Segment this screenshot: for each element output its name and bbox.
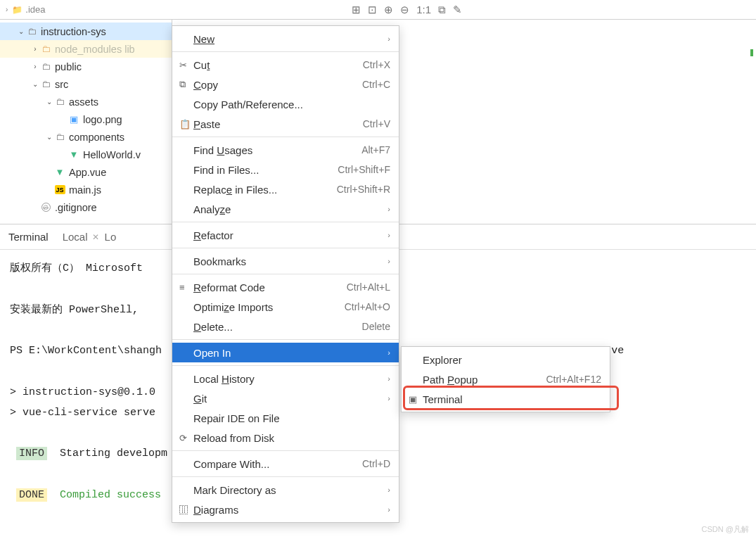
menu-paste[interactable]: 📋PasteCtrl+V	[172, 114, 399, 134]
cut-icon: ✂	[179, 60, 193, 70]
done-tag: DONE	[16, 488, 47, 502]
menu-refactor[interactable]: Refactor›	[172, 225, 399, 245]
menu-delete[interactable]: Delete...Delete	[172, 317, 399, 336]
folder-icon: 🗀	[53, 132, 66, 142]
zoom-in-icon[interactable]: ⊕	[384, 4, 393, 16]
tree-item-src[interactable]: ⌄ 🗀 src	[0, 75, 172, 93]
menu-copy[interactable]: ⧉CopyCtrl+C	[172, 75, 399, 94]
toolbar-right: ⊞ ⊡ ⊕ ⊖ 1:1 ⧉ ✎	[352, 4, 750, 16]
menu-optimize-imports[interactable]: Optimize ImportsCtrl+Alt+O	[172, 297, 399, 317]
menu-bookmarks[interactable]: Bookmarks›	[172, 251, 399, 271]
tree-label: node_modules	[55, 44, 122, 55]
paste-icon: 📋	[179, 119, 193, 129]
folder-icon: 🗀	[53, 96, 66, 107]
tree-item-instruction-sys[interactable]: ⌄ 🗀 instruction-sys	[0, 23, 172, 40]
folder-icon: 🗀	[39, 61, 52, 72]
terminal-tab-local[interactable]: Local✕	[63, 231, 99, 243]
context-menu[interactable]: New› ✂CutCtrl+X ⧉CopyCtrl+C Copy Path/Re…	[172, 25, 399, 523]
tree-item-appvue[interactable]: · ▼ App.vue	[0, 163, 172, 181]
tree-item-helloworld[interactable]: · ▼ HelloWorld.v	[0, 146, 172, 163]
tree-item-components[interactable]: ⌄ 🗀 components	[0, 128, 172, 146]
menu-compare-with[interactable]: Compare With...Ctrl+D	[172, 454, 399, 474]
watermark: CSDN @凡解	[702, 524, 749, 535]
menu-diagrams[interactable]: ⿲Diagrams›	[172, 500, 399, 519]
folder-icon: 🗀	[25, 26, 38, 37]
menu-mark-directory[interactable]: Mark Directory as›	[172, 480, 399, 500]
chevron-right-icon: ›	[6, 6, 8, 13]
menu-reformat[interactable]: ≡Reformat CodeCtrl+Alt+L	[172, 277, 399, 297]
menu-repair-ide[interactable]: Repair IDE on File	[172, 408, 399, 428]
tree-item-assets[interactable]: ⌄ 🗀 assets	[0, 93, 172, 110]
vue-file-icon: ▼	[68, 149, 80, 160]
open-in-submenu[interactable]: Explorer Path PopupCtrl+Alt+F12 ▣Termina…	[401, 346, 610, 412]
tree-label: instruction-sys	[41, 26, 106, 37]
menu-copy-path[interactable]: Copy Path/Reference...	[172, 94, 399, 114]
breadcrumb-item[interactable]: .idea	[25, 4, 45, 15]
folder-icon: 📁	[12, 5, 23, 15]
tree-item-mainjs[interactable]: · JS main.js	[0, 181, 172, 198]
menu-replace-in-files[interactable]: Replace in Files...Ctrl+Shift+R	[172, 179, 399, 199]
vue-file-icon: ▼	[53, 167, 66, 177]
top-bar: › 📁 .idea ⊞ ⊡ ⊕ ⊖ 1:1 ⧉ ✎	[0, 0, 756, 20]
submenu-explorer[interactable]: Explorer	[402, 350, 610, 369]
info-tag: INFO	[16, 447, 47, 460]
tree-label: HelloWorld.v	[83, 149, 141, 160]
tree-label: .gitignore	[55, 202, 97, 213]
tree-label: public	[55, 61, 82, 72]
tree-item-logo[interactable]: · ▣ logo.png	[0, 110, 172, 128]
tree-label: components	[69, 132, 124, 143]
menu-find-usages[interactable]: Find UsagesAlt+F7	[172, 140, 399, 160]
zoom-out-icon[interactable]: ⊖	[400, 4, 409, 16]
folder-icon: 🗀	[39, 44, 52, 54]
tree-item-node-modules[interactable]: › 🗀 node_modules lib	[0, 40, 172, 58]
reload-icon: ⟳	[179, 433, 193, 443]
tree-label: App.vue	[69, 167, 106, 178]
zoom-actual-icon[interactable]: 1:1	[416, 4, 431, 16]
image-file-icon: ▣	[68, 114, 80, 125]
edit-icon[interactable]: ✎	[453, 4, 462, 16]
terminal-icon: ▣	[409, 394, 423, 405]
terminal-title[interactable]: Terminal	[8, 231, 49, 243]
tree-label: logo.png	[83, 114, 122, 125]
menu-new[interactable]: New›	[172, 29, 399, 49]
close-icon[interactable]: ✕	[92, 232, 99, 242]
js-file-icon: JS	[53, 185, 66, 194]
popout-icon[interactable]: ⧉	[438, 4, 446, 16]
menu-analyze[interactable]: Analyze›	[172, 199, 399, 219]
submenu-path-popup[interactable]: Path PopupCtrl+Alt+F12	[402, 369, 610, 389]
grid-icon[interactable]: ⊞	[352, 4, 361, 16]
menu-find-in-files[interactable]: Find in Files...Ctrl+Shift+F	[172, 160, 399, 179]
tree-item-gitignore[interactable]: · ∅ .gitignore	[0, 198, 172, 216]
tree-label: src	[55, 79, 68, 90]
tree-item-public[interactable]: › 🗀 public	[0, 58, 172, 75]
menu-local-history[interactable]: Local History›	[172, 369, 399, 388]
editor-gutter-marker	[750, 49, 753, 56]
menu-git[interactable]: Git›	[172, 388, 399, 408]
diagram-icon: ⿲	[179, 505, 193, 515]
reformat-icon: ≡	[179, 282, 193, 293]
copy-icon: ⧉	[179, 79, 193, 90]
tree-label: main.js	[69, 184, 101, 196]
menu-cut[interactable]: ✂CutCtrl+X	[172, 55, 399, 75]
folder-icon: 🗀	[39, 79, 52, 89]
submenu-terminal[interactable]: ▣Terminal	[402, 389, 610, 409]
menu-reload-from-disk[interactable]: ⟳Reload from Disk	[172, 428, 399, 448]
crop-icon[interactable]: ⊡	[368, 4, 377, 16]
project-tree[interactable]: ⌄ 🗀 instruction-sys › 🗀 node_modules lib…	[0, 20, 172, 224]
tree-label: assets	[69, 96, 98, 108]
gitignore-file-icon: ∅	[39, 203, 52, 212]
menu-open-in[interactable]: Open In›	[172, 343, 399, 362]
terminal-tab-2[interactable]: Lo	[105, 231, 117, 243]
